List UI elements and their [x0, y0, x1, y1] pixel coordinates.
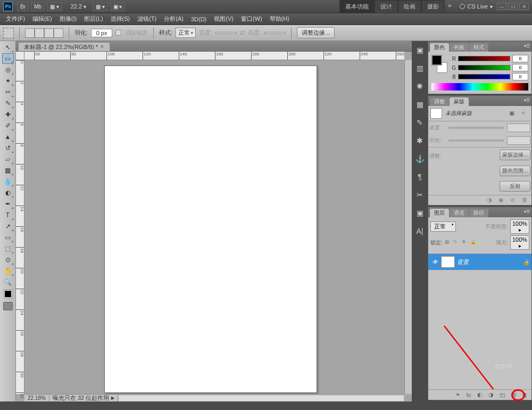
brush-panel-icon[interactable]: ✺ [414, 80, 426, 92]
workspace-more[interactable]: » [445, 0, 454, 13]
blend-mode-select[interactable]: 正常▾ [430, 222, 456, 232]
layer-row-background[interactable]: 👁 背景 🔒 [428, 254, 531, 270]
arrange-button[interactable]: ▦ ▾ [93, 2, 108, 11]
menu-3d[interactable]: 3D(D) [187, 14, 210, 24]
shape-tool[interactable]: ▭ [2, 232, 14, 243]
fg-bg-swatches[interactable] [431, 55, 447, 73]
navigator-panel-icon[interactable]: ⚓ [414, 153, 426, 165]
healing-tool[interactable]: ✚ [2, 109, 14, 120]
antialias-checkbox[interactable] [115, 30, 121, 36]
3d-camera-tool[interactable]: ⊙ [2, 255, 14, 265]
disable-mask-icon[interactable]: ⊘ [510, 196, 518, 204]
mask-panel-menu[interactable]: ▾☰ [523, 97, 530, 103]
tab-adjustments[interactable]: 调整 [430, 97, 449, 106]
layer-style-icon[interactable]: fx [465, 391, 472, 399]
quickselect-tool[interactable]: ✦ [2, 76, 14, 86]
menu-file[interactable]: 文件(F) [2, 13, 29, 24]
r-slider[interactable] [458, 56, 510, 61]
marquee-tool[interactable]: ▭ [2, 53, 14, 64]
selection-intersect-icon[interactable] [54, 28, 63, 38]
close-button[interactable]: ✕ [519, 3, 529, 10]
tab-swatches[interactable]: 色板 [450, 43, 469, 52]
selection-add-icon[interactable] [35, 28, 44, 38]
gradient-tool[interactable]: ▦ [2, 165, 14, 176]
selection-new-icon[interactable] [25, 28, 35, 38]
scrollbar-horizontal[interactable]: 22.18% 曝光只在 32 位起作用▶ [24, 394, 404, 401]
dodge-tool[interactable]: ◐ [2, 187, 14, 198]
color-range-button[interactable]: 颜色范围... [500, 166, 530, 176]
history-brush-tool[interactable]: ↺ [2, 143, 14, 153]
zoom-value[interactable]: 22.2 ▾ [71, 3, 86, 10]
status-info[interactable]: 曝光只在 32 位起作用▶ [49, 394, 118, 401]
tab-color[interactable]: 颜色 [430, 43, 449, 52]
link-layers-icon[interactable]: ⚭ [454, 391, 461, 399]
workspace-photography[interactable]: 摄影 [421, 0, 445, 13]
apply-mask-icon[interactable]: ◉ [498, 196, 506, 204]
pixel-mask-icon[interactable]: ▣ [509, 110, 518, 117]
visibility-toggle[interactable]: 👁 [430, 259, 439, 265]
quick-mask-toggle[interactable] [3, 302, 13, 310]
delete-mask-icon[interactable]: 🗑 [522, 196, 529, 204]
zoom-tool[interactable]: 🔍 [2, 277, 14, 288]
menu-select[interactable]: 选择(S) [107, 13, 134, 24]
color-panel-menu[interactable]: ▾☰ [523, 43, 530, 49]
move-tool[interactable]: ↖ [2, 42, 14, 53]
current-tool-icon[interactable] [3, 28, 14, 38]
layer-mask-icon[interactable]: ◐ [476, 391, 484, 399]
hand-tool[interactable]: ✋ [2, 266, 14, 276]
tool-presets-icon[interactable]: ✂ [414, 189, 426, 201]
menu-filter[interactable]: 滤镜(T) [134, 13, 160, 24]
menu-layer[interactable]: 图层(L) [80, 13, 106, 24]
lasso-tool[interactable]: ◎ [2, 64, 14, 75]
type-tool[interactable]: T [2, 210, 14, 220]
new-group-icon[interactable]: 🗀 [498, 391, 506, 399]
clone-panel-icon[interactable]: ▦ [414, 99, 426, 110]
minimize-button[interactable]: — [497, 3, 506, 10]
character-panel-icon[interactable]: A| [414, 225, 426, 237]
workspace-essentials[interactable]: 基本功能 [339, 0, 375, 13]
opacity-input[interactable]: 100% ▸ [510, 219, 529, 234]
spectrum-bar[interactable] [431, 83, 528, 91]
g-slider[interactable] [458, 65, 510, 70]
ruler-vertical[interactable]: 02468101214161820222426283032 [16, 60, 24, 394]
lock-all-icon[interactable]: 🔒 [470, 239, 478, 247]
pen-tool[interactable]: ✒ [2, 199, 14, 209]
eraser-tool[interactable]: ▱ [2, 154, 14, 165]
doc-tab-close[interactable]: ✕ [100, 44, 104, 50]
view-grid-button[interactable]: ▦ ▾ [47, 2, 62, 11]
actions-panel-icon[interactable]: ▥ [414, 62, 426, 74]
b-slider[interactable] [458, 74, 510, 79]
style-select[interactable]: 正常 ▾ [176, 28, 196, 38]
tab-styles[interactable]: 样式 [469, 43, 488, 52]
brushpresets-panel-icon[interactable]: ✎ [414, 117, 426, 128]
layer-name[interactable]: 背景 [457, 258, 521, 266]
menu-help[interactable]: 帮助(H) [266, 13, 293, 24]
tab-masks[interactable]: 蒙版 [450, 97, 469, 106]
tab-channels[interactable]: 通道 [450, 209, 469, 217]
fg-swatch[interactable] [431, 55, 442, 65]
r-value[interactable]: 0 [512, 55, 528, 62]
lock-transparent-icon[interactable]: ▦ [445, 239, 452, 247]
menu-edit[interactable]: 编辑(E) [29, 13, 56, 24]
mask-edge-button[interactable]: 蒙版边缘... [500, 150, 530, 160]
info-panel-icon[interactable]: ✱ [414, 135, 426, 146]
selection-subtract-icon[interactable] [44, 28, 54, 38]
tab-layers[interactable]: 图层 [430, 209, 449, 217]
ruler-horizontal[interactable]: 6080100120140160180200220240260 [24, 52, 404, 60]
layers-panel-menu[interactable]: ▾☰ [523, 208, 530, 215]
lock-pixels-icon[interactable]: ✎ [453, 239, 461, 247]
scrollbar-vertical[interactable] [404, 60, 412, 394]
workspace-painting[interactable]: 绘画 [398, 0, 421, 13]
crop-tool[interactable]: ✂ [2, 87, 14, 97]
menu-view[interactable]: 视图(V) [210, 13, 237, 24]
layer-list[interactable]: 👁 背景 🔒 com [428, 253, 531, 389]
screenmode-button[interactable]: ▣ ▾ [110, 2, 126, 11]
g-value[interactable]: 0 [512, 64, 528, 71]
menu-window[interactable]: 窗口(W) [237, 13, 266, 24]
paragraph-panel-icon[interactable]: ¶ [414, 171, 426, 183]
blur-tool[interactable]: 💧 [2, 176, 14, 187]
doc-tab[interactable]: 未标题-1 @ 22.2%(RGB/8) * ✕ [18, 42, 110, 51]
status-zoom[interactable]: 22.18% [24, 395, 49, 401]
invert-button[interactable]: 反相 [500, 181, 530, 192]
stamp-tool[interactable]: ▲ [2, 132, 14, 142]
